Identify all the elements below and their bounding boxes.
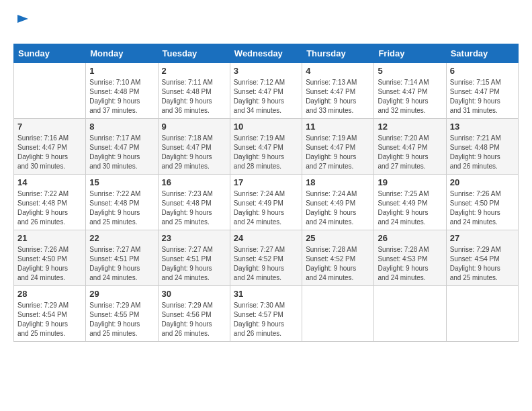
cell-info: Sunrise: 7:26 AM Sunset: 4:50 PM Dayligh…	[450, 189, 515, 227]
calendar-cell: 27Sunrise: 7:29 AM Sunset: 4:54 PM Dayli…	[446, 230, 518, 285]
calendar-cell: 5Sunrise: 7:14 AM Sunset: 4:47 PM Daylig…	[374, 62, 446, 118]
calendar-cell: 24Sunrise: 7:27 AM Sunset: 4:52 PM Dayli…	[230, 230, 302, 285]
day-number: 11	[306, 122, 370, 132]
cell-info: Sunrise: 7:27 AM Sunset: 4:51 PM Dayligh…	[162, 245, 226, 283]
cell-info: Sunrise: 7:25 AM Sunset: 4:49 PM Dayligh…	[378, 189, 442, 227]
calendar-cell: 3Sunrise: 7:12 AM Sunset: 4:47 PM Daylig…	[230, 62, 302, 118]
day-number: 19	[378, 177, 442, 187]
calendar-cell	[446, 285, 518, 341]
calendar-cell: 11Sunrise: 7:19 AM Sunset: 4:47 PM Dayli…	[302, 118, 374, 174]
calendar-cell: 29Sunrise: 7:29 AM Sunset: 4:55 PM Dayli…	[86, 285, 158, 341]
cell-info: Sunrise: 7:20 AM Sunset: 4:47 PM Dayligh…	[378, 134, 442, 171]
cell-info: Sunrise: 7:10 AM Sunset: 4:48 PM Dayligh…	[89, 78, 154, 116]
weekday-header: Sunday	[14, 44, 86, 62]
cell-info: Sunrise: 7:12 AM Sunset: 4:47 PM Dayligh…	[234, 78, 298, 116]
calendar-cell: 4Sunrise: 7:13 AM Sunset: 4:47 PM Daylig…	[302, 62, 374, 118]
day-number: 25	[306, 233, 370, 243]
calendar-cell: 18Sunrise: 7:24 AM Sunset: 4:49 PM Dayli…	[302, 174, 374, 230]
calendar-cell: 10Sunrise: 7:19 AM Sunset: 4:47 PM Dayli…	[230, 118, 302, 174]
calendar-cell	[14, 62, 86, 118]
calendar-cell: 9Sunrise: 7:18 AM Sunset: 4:47 PM Daylig…	[158, 118, 230, 174]
calendar-cell: 21Sunrise: 7:26 AM Sunset: 4:50 PM Dayli…	[14, 230, 86, 285]
cell-info: Sunrise: 7:22 AM Sunset: 4:48 PM Dayligh…	[17, 189, 82, 227]
calendar-cell: 22Sunrise: 7:27 AM Sunset: 4:51 PM Dayli…	[86, 230, 158, 285]
cell-info: Sunrise: 7:18 AM Sunset: 4:47 PM Dayligh…	[162, 134, 226, 171]
cell-info: Sunrise: 7:29 AM Sunset: 4:54 PM Dayligh…	[450, 245, 515, 283]
day-number: 4	[306, 66, 370, 76]
day-number: 24	[234, 233, 298, 243]
weekday-header: Tuesday	[158, 44, 230, 62]
cell-info: Sunrise: 7:19 AM Sunset: 4:47 PM Dayligh…	[306, 134, 370, 171]
calendar-cell	[374, 285, 446, 341]
weekday-header: Saturday	[446, 44, 518, 62]
cell-info: Sunrise: 7:21 AM Sunset: 4:48 PM Dayligh…	[450, 134, 515, 171]
cell-info: Sunrise: 7:28 AM Sunset: 4:53 PM Dayligh…	[378, 245, 442, 283]
cell-info: Sunrise: 7:26 AM Sunset: 4:50 PM Dayligh…	[17, 245, 82, 283]
calendar-cell: 17Sunrise: 7:24 AM Sunset: 4:49 PM Dayli…	[230, 174, 302, 230]
calendar-cell: 2Sunrise: 7:11 AM Sunset: 4:48 PM Daylig…	[158, 62, 230, 118]
calendar-cell: 20Sunrise: 7:26 AM Sunset: 4:50 PM Dayli…	[446, 174, 518, 230]
cell-info: Sunrise: 7:16 AM Sunset: 4:47 PM Dayligh…	[17, 134, 82, 171]
calendar-cell: 12Sunrise: 7:20 AM Sunset: 4:47 PM Dayli…	[374, 118, 446, 174]
day-number: 1	[89, 66, 154, 76]
weekday-header: Friday	[374, 44, 446, 62]
day-number: 12	[378, 122, 442, 132]
day-number: 2	[162, 66, 226, 76]
calendar-cell: 13Sunrise: 7:21 AM Sunset: 4:48 PM Dayli…	[446, 118, 518, 174]
calendar-cell: 7Sunrise: 7:16 AM Sunset: 4:47 PM Daylig…	[14, 118, 86, 174]
day-number: 14	[17, 177, 82, 187]
cell-info: Sunrise: 7:13 AM Sunset: 4:47 PM Dayligh…	[306, 78, 370, 116]
svg-marker-0	[17, 15, 28, 23]
calendar-cell: 26Sunrise: 7:28 AM Sunset: 4:53 PM Dayli…	[374, 230, 446, 285]
day-number: 13	[450, 122, 515, 132]
day-number: 20	[450, 177, 515, 187]
cell-info: Sunrise: 7:14 AM Sunset: 4:47 PM Dayligh…	[378, 78, 442, 116]
cell-info: Sunrise: 7:17 AM Sunset: 4:47 PM Dayligh…	[89, 134, 154, 171]
cell-info: Sunrise: 7:29 AM Sunset: 4:54 PM Dayligh…	[17, 301, 82, 338]
day-number: 28	[17, 289, 82, 299]
calendar-cell: 6Sunrise: 7:15 AM Sunset: 4:47 PM Daylig…	[446, 62, 518, 118]
day-number: 16	[162, 177, 226, 187]
logo-flag-icon	[15, 13, 31, 30]
calendar-cell: 31Sunrise: 7:30 AM Sunset: 4:57 PM Dayli…	[230, 285, 302, 341]
weekday-header: Monday	[86, 44, 158, 62]
day-number: 18	[306, 177, 370, 187]
cell-info: Sunrise: 7:23 AM Sunset: 4:48 PM Dayligh…	[162, 189, 226, 227]
cell-info: Sunrise: 7:29 AM Sunset: 4:55 PM Dayligh…	[89, 301, 154, 338]
day-number: 9	[162, 122, 226, 132]
day-number: 27	[450, 233, 515, 243]
page-header	[13, 13, 519, 33]
weekday-header: Wednesday	[230, 44, 302, 62]
day-number: 5	[378, 66, 442, 76]
calendar-cell: 8Sunrise: 7:17 AM Sunset: 4:47 PM Daylig…	[86, 118, 158, 174]
calendar-cell: 28Sunrise: 7:29 AM Sunset: 4:54 PM Dayli…	[14, 285, 86, 341]
cell-info: Sunrise: 7:15 AM Sunset: 4:47 PM Dayligh…	[450, 78, 515, 116]
day-number: 6	[450, 66, 515, 76]
day-number: 26	[378, 233, 442, 243]
day-number: 15	[89, 177, 154, 187]
weekday-header: Thursday	[302, 44, 374, 62]
cell-info: Sunrise: 7:28 AM Sunset: 4:52 PM Dayligh…	[306, 245, 370, 283]
calendar-cell: 16Sunrise: 7:23 AM Sunset: 4:48 PM Dayli…	[158, 174, 230, 230]
day-number: 22	[89, 233, 154, 243]
cell-info: Sunrise: 7:29 AM Sunset: 4:56 PM Dayligh…	[162, 301, 226, 338]
calendar-cell: 1Sunrise: 7:10 AM Sunset: 4:48 PM Daylig…	[86, 62, 158, 118]
calendar-cell: 14Sunrise: 7:22 AM Sunset: 4:48 PM Dayli…	[14, 174, 86, 230]
calendar-cell: 15Sunrise: 7:22 AM Sunset: 4:48 PM Dayli…	[86, 174, 158, 230]
day-number: 8	[89, 122, 154, 132]
day-number: 21	[17, 233, 82, 243]
calendar-cell	[302, 285, 374, 341]
day-number: 10	[234, 122, 298, 132]
calendar-header: SundayMondayTuesdayWednesdayThursdayFrid…	[14, 44, 519, 62]
cell-info: Sunrise: 7:24 AM Sunset: 4:49 PM Dayligh…	[306, 189, 370, 227]
cell-info: Sunrise: 7:19 AM Sunset: 4:47 PM Dayligh…	[234, 134, 298, 171]
logo	[13, 13, 31, 33]
day-number: 23	[162, 233, 226, 243]
cell-info: Sunrise: 7:22 AM Sunset: 4:48 PM Dayligh…	[89, 189, 154, 227]
cell-info: Sunrise: 7:24 AM Sunset: 4:49 PM Dayligh…	[234, 189, 298, 227]
cell-info: Sunrise: 7:30 AM Sunset: 4:57 PM Dayligh…	[234, 301, 298, 338]
calendar-cell: 23Sunrise: 7:27 AM Sunset: 4:51 PM Dayli…	[158, 230, 230, 285]
calendar-cell: 30Sunrise: 7:29 AM Sunset: 4:56 PM Dayli…	[158, 285, 230, 341]
cell-info: Sunrise: 7:27 AM Sunset: 4:51 PM Dayligh…	[89, 245, 154, 283]
cell-info: Sunrise: 7:11 AM Sunset: 4:48 PM Dayligh…	[162, 78, 226, 116]
